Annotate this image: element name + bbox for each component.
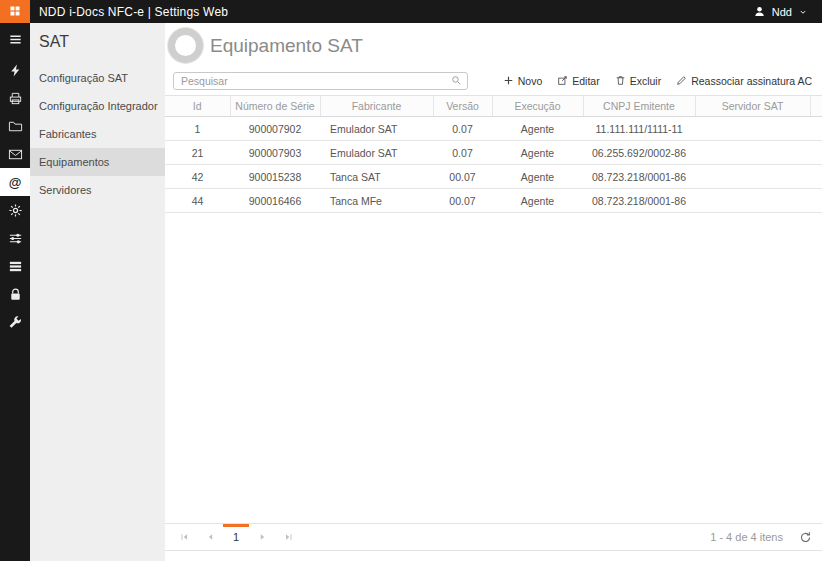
column-header-servidor-sat[interactable]: Servidor SAT: [695, 96, 810, 117]
table-cell: [810, 165, 822, 189]
reassociar-assinatura-ac-button[interactable]: Reassociar assinatura AC: [676, 75, 812, 87]
content-spacer: [165, 213, 822, 523]
table-cell: [810, 189, 822, 213]
sliders-icon: [8, 231, 23, 246]
table-cell: 08.723.218/0001-86: [583, 189, 695, 213]
menu-icon: [8, 32, 23, 47]
table-cell: [695, 141, 810, 165]
seek-last-icon: [284, 532, 293, 542]
user-menu[interactable]: Ndd: [753, 5, 822, 18]
action-label: Editar: [572, 75, 599, 87]
sidebar-title: SAT: [30, 23, 165, 64]
sidebar-item-configuracao-integrador[interactable]: Configuração Integrador: [30, 92, 165, 120]
topbar: NDD i-Docs NFC-e | Settings Web Ndd: [0, 0, 822, 23]
apps-grid-button[interactable]: [0, 0, 30, 23]
table-cell: 900007903: [230, 141, 320, 165]
column-header-fabricante[interactable]: Fabricante: [320, 96, 433, 117]
sidebar-item-servidores[interactable]: Servidores: [30, 176, 165, 204]
column-header-versao[interactable]: Versão: [433, 96, 492, 117]
rail-item-lock[interactable]: [0, 280, 30, 308]
rail-item-folder[interactable]: [0, 112, 30, 140]
toolbar: NovoEditarExcluirReassociar assinatura A…: [165, 65, 822, 95]
table-cell: 900007902: [230, 117, 320, 141]
refresh-icon: [799, 531, 812, 544]
pencil-icon: [676, 75, 687, 86]
seek-first-icon: [180, 532, 189, 542]
rail-item-sliders[interactable]: [0, 224, 30, 252]
table-cell: Emulador SAT: [320, 141, 433, 165]
grid-icon: [9, 3, 21, 21]
refresh-button[interactable]: [799, 531, 812, 544]
plus-icon: [503, 75, 514, 86]
column-header-cnpj-emitente[interactable]: CNPJ Emitente: [583, 96, 695, 117]
table-row[interactable]: 1900007902Emulador SAT0.07Agente11.111.1…: [165, 117, 822, 141]
table-cell: 06.255.692/0002-86: [583, 141, 695, 165]
prev-page-button[interactable]: [197, 524, 223, 551]
table-cell: 08.723.218/0001-86: [583, 165, 695, 189]
sidebar: SAT Configuração SATConfiguração Integra…: [30, 23, 165, 561]
last-page-button[interactable]: [275, 524, 301, 551]
folder-icon: [8, 119, 23, 134]
table-row[interactable]: 21900007903Emulador SAT0.07Agente06.255.…: [165, 141, 822, 165]
rail-item-printer[interactable]: [0, 84, 30, 112]
current-page-button[interactable]: 1: [223, 524, 249, 551]
table-cell: Tanca MFe: [320, 189, 433, 213]
rail-item-gear[interactable]: [0, 196, 30, 224]
envelope-icon: [8, 147, 23, 162]
column-header-numero-de-serie[interactable]: Número de Série: [230, 96, 320, 117]
table-cell: [695, 189, 810, 213]
table-cell: 11.111.111/1111-11: [583, 117, 695, 141]
table-cell: Agente: [492, 189, 583, 213]
edit-icon: [557, 75, 568, 86]
action-label: Excluir: [630, 75, 662, 87]
wrench-icon: [8, 315, 23, 330]
table-cell: 900015238: [230, 165, 320, 189]
table-cell: Agente: [492, 117, 583, 141]
rail-item-menu[interactable]: [0, 23, 30, 56]
next-page-button[interactable]: [249, 524, 275, 551]
main-content: Equipamento SAT NovoEditarExcluirReassoc…: [165, 23, 822, 561]
table-cell: 21: [165, 141, 230, 165]
icon-rail: @: [0, 23, 30, 561]
column-header-execucao[interactable]: Execução: [492, 96, 583, 117]
first-page-button[interactable]: [171, 524, 197, 551]
table-cell: 00.07: [433, 165, 492, 189]
next-icon: [258, 532, 267, 542]
table-cell: 0.07: [433, 117, 492, 141]
table-cell: 44: [165, 189, 230, 213]
sidebar-item-fabricantes[interactable]: Fabricantes: [30, 120, 165, 148]
rail-item-wrench[interactable]: [0, 308, 30, 336]
table-cell: 1: [165, 117, 230, 141]
search-icon: [451, 75, 462, 86]
printer-icon: [8, 91, 23, 106]
novo-button[interactable]: Novo: [503, 75, 543, 87]
search-input[interactable]: [173, 72, 468, 90]
trash-icon: [615, 75, 626, 86]
column-header-id[interactable]: Id: [165, 96, 230, 117]
table-cell: 42: [165, 165, 230, 189]
pager: 1 1 - 4 de 4 itens: [165, 523, 822, 551]
table-cell: [695, 165, 810, 189]
action-label: Novo: [518, 75, 543, 87]
flash-icon: [8, 63, 23, 78]
rail-item-at[interactable]: @: [0, 168, 30, 196]
table-cell: Agente: [492, 165, 583, 189]
editar-button[interactable]: Editar: [557, 75, 599, 87]
lock-icon: [8, 287, 23, 302]
user-name: Ndd: [772, 6, 792, 18]
table-cell: 0.07: [433, 141, 492, 165]
table-row[interactable]: 42900015238Tanca SAT00.07Agente08.723.21…: [165, 165, 822, 189]
table-cell: Emulador SAT: [320, 117, 433, 141]
equipment-table: IdNúmero de SérieFabricanteVersãoExecuçã…: [165, 95, 822, 213]
rail-item-flash[interactable]: [0, 56, 30, 84]
action-label: Reassociar assinatura AC: [691, 75, 812, 87]
table-cell: Tanca SAT: [320, 165, 433, 189]
rail-item-envelope[interactable]: [0, 140, 30, 168]
sidebar-item-equipamentos[interactable]: Equipamentos: [30, 148, 165, 176]
excluir-button[interactable]: Excluir: [615, 75, 662, 87]
table-row[interactable]: 44900016466Tanca MFe00.07Agente08.723.21…: [165, 189, 822, 213]
rail-item-list[interactable]: [0, 252, 30, 280]
sidebar-item-configuracao-sat[interactable]: Configuração SAT: [30, 64, 165, 92]
table-cell: 900016466: [230, 189, 320, 213]
search-box: [173, 71, 468, 90]
